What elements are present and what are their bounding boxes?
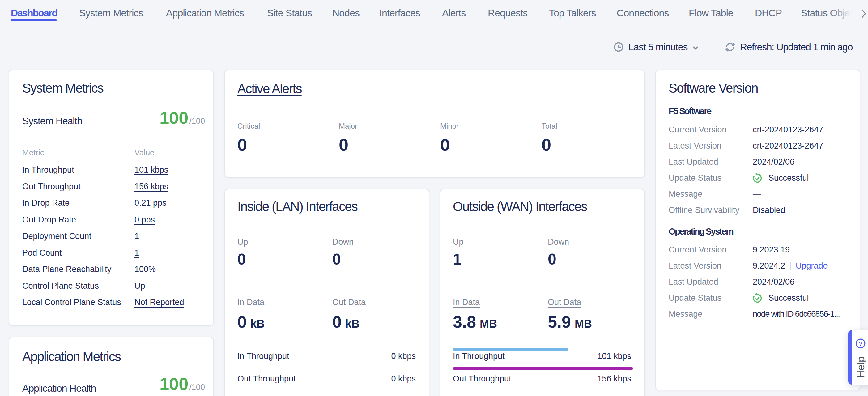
svg-text:?: ? [859, 340, 862, 347]
